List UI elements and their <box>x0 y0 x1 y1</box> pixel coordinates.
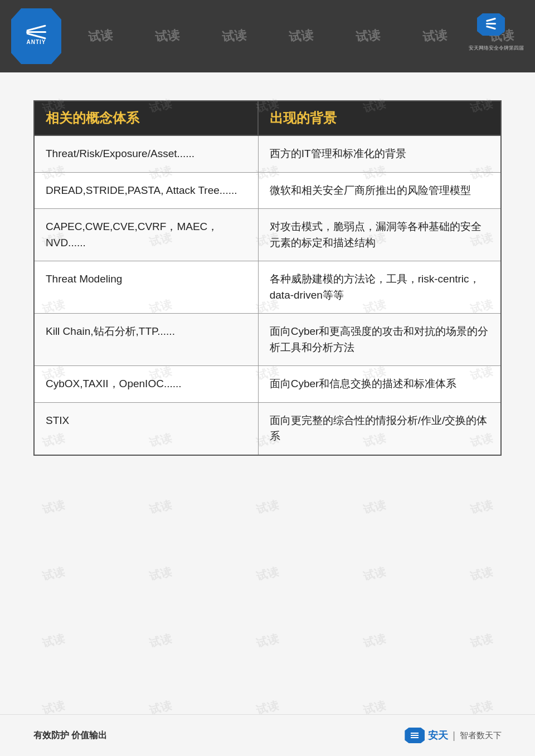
wm-3: 试读 <box>154 27 180 46</box>
table-row-2-left: CAPEC,CWE,CVE,CVRF，MAEC，NVD...... <box>34 209 258 261</box>
wm-6: 试读 <box>355 27 381 46</box>
top-right-brand: 安天网络安全令牌第四届 <box>469 8 524 52</box>
header: 试读 试读 试读 试读 试读 试读 试读 试读 ANTIY 安天网络安全令牌第四… <box>0 0 535 72</box>
logo-line-1 <box>26 25 46 31</box>
table-row-0-right: 西方的IT管理和标准化的背景 <box>258 135 501 172</box>
table-row: Threat Modeling各种威胁建模的方法论，工具，risk-centri… <box>34 261 501 314</box>
table-row-4-right: 面向Cyber和更高强度的攻击和对抗的场景的分析工具和分析方法 <box>258 314 501 366</box>
wm-4: 试读 <box>221 27 247 46</box>
table-row: CybOX,TAXII，OpenIOC......面向Cyber和信息交换的描述… <box>34 366 501 403</box>
logo-lines <box>26 27 46 37</box>
table-row-6-right: 面向更完整的综合性的情报分析/作业/交换的体系 <box>258 402 501 455</box>
col2-header: 出现的背景 <box>258 101 501 135</box>
content-table: 相关的概念体系 出现的背景 Threat/Risk/Exposure/Asset… <box>33 100 502 456</box>
footer-right: 安天 | 智者数天下 <box>405 728 502 743</box>
table-row: CAPEC,CWE,CVE,CVRF，MAEC，NVD......对攻击模式，脆… <box>34 209 501 261</box>
table-row-1-left: DREAD,STRIDE,PASTA, Attack Tree...... <box>34 172 258 209</box>
logo-text: ANTIY <box>27 39 46 45</box>
footer-brand-name: 安天 <box>428 729 448 742</box>
table-row: STIX面向更完整的综合性的情报分析/作业/交换的体系 <box>34 402 501 455</box>
table-row: DREAD,STRIDE,PASTA, Attack Tree......微软和… <box>34 172 501 209</box>
table-row-2-right: 对攻击模式，脆弱点，漏洞等各种基础的安全元素的标定和描述结构 <box>258 209 501 261</box>
table-header-row: 相关的概念体系 出现的背景 <box>34 101 501 135</box>
table-row: Kill Chain,钻石分析,TTP......面向Cyber和更高强度的攻击… <box>34 314 501 366</box>
logo-line-3 <box>26 32 46 39</box>
table-row-4-left: Kill Chain,钻石分析,TTP...... <box>34 314 258 366</box>
brand-logo <box>469 8 513 42</box>
col1-header: 相关的概念体系 <box>34 101 258 135</box>
header-watermarks: 试读 试读 试读 试读 试读 试读 试读 试读 <box>0 0 535 72</box>
table-row-3-left: Threat Modeling <box>34 261 258 314</box>
footer-brand-icon <box>405 728 425 743</box>
brand-icon <box>477 13 505 36</box>
table-row-5-left: CybOX,TAXII，OpenIOC...... <box>34 366 258 403</box>
wm-7: 试读 <box>422 27 448 46</box>
footer-brand-sub: 智者数天下 <box>460 730 502 741</box>
main-content: 相关的概念体系 出现的背景 Threat/Risk/Exposure/Asset… <box>0 72 535 756</box>
table-row-5-right: 面向Cyber和信息交换的描述和标准体系 <box>258 366 501 403</box>
logo: ANTIY <box>11 8 61 64</box>
wm-2: 试读 <box>87 27 113 46</box>
table-row-1-right: 微软和相关安全厂商所推出的风险管理模型 <box>258 172 501 209</box>
table-row: Threat/Risk/Exposure/Asset......西方的IT管理和… <box>34 135 501 172</box>
table-row-0-left: Threat/Risk/Exposure/Asset...... <box>34 135 258 172</box>
wm-5: 试读 <box>288 27 314 46</box>
footer-brand-sep: | <box>453 730 455 742</box>
brand-sub-text: 安天网络安全令牌第四届 <box>469 45 524 51</box>
table-row-3-right: 各种威胁建模的方法论，工具，risk-centric，data-driven等等 <box>258 261 501 314</box>
footer: 有效防护 价值输出 安天 | 智者数天下 <box>0 714 535 756</box>
table-row-6-left: STIX <box>34 402 258 455</box>
logo-line-2 <box>26 31 46 33</box>
footer-left-text: 有效防护 价值输出 <box>33 730 107 742</box>
